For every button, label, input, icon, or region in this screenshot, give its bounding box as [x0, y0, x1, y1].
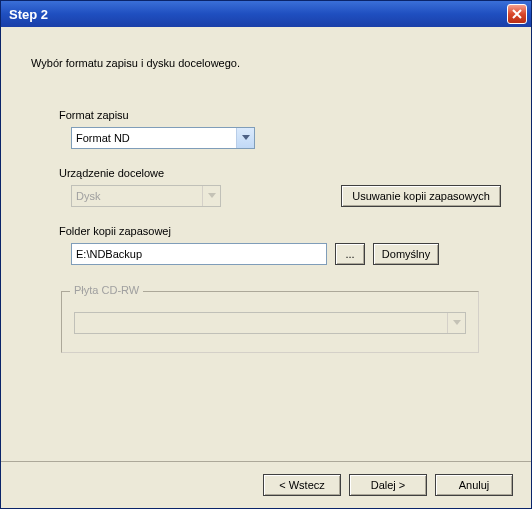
step-description: Wybór formatu zapisu i dysku docelowego.: [31, 57, 501, 69]
delete-backups-button[interactable]: Usuwanie kopii zapasowych: [341, 185, 501, 207]
format-label: Format zapisu: [59, 109, 501, 121]
format-dropdown[interactable]: Format ND: [71, 127, 255, 149]
window-title: Step 2: [9, 7, 48, 22]
format-value: Format ND: [76, 132, 130, 144]
cdrw-label: Płyta CD-RW: [70, 284, 143, 296]
wizard-window: Step 2 Wybór formatu zapisu i dysku doce…: [0, 0, 532, 509]
cancel-button[interactable]: Anuluj: [435, 474, 513, 496]
close-icon: [512, 9, 522, 19]
folder-label: Folder kopii zapasowej: [59, 225, 501, 237]
titlebar: Step 2: [1, 1, 531, 27]
chevron-down-icon: [447, 313, 465, 333]
content-area: Wybór formatu zapisu i dysku docelowego.…: [1, 27, 531, 461]
chevron-down-icon: [202, 186, 220, 206]
default-button[interactable]: Domyślny: [373, 243, 439, 265]
device-dropdown: Dysk: [71, 185, 221, 207]
footer: < Wstecz Dalej > Anuluj: [1, 461, 531, 508]
chevron-down-icon: [236, 128, 254, 148]
cdrw-dropdown: [74, 312, 466, 334]
next-button[interactable]: Dalej >: [349, 474, 427, 496]
device-value: Dysk: [76, 190, 100, 202]
browse-button[interactable]: ...: [335, 243, 365, 265]
back-button[interactable]: < Wstecz: [263, 474, 341, 496]
close-button[interactable]: [507, 4, 527, 24]
folder-input[interactable]: [71, 243, 327, 265]
device-label: Urządzenie docelowe: [59, 167, 501, 179]
cdrw-group: Płyta CD-RW: [61, 291, 479, 353]
